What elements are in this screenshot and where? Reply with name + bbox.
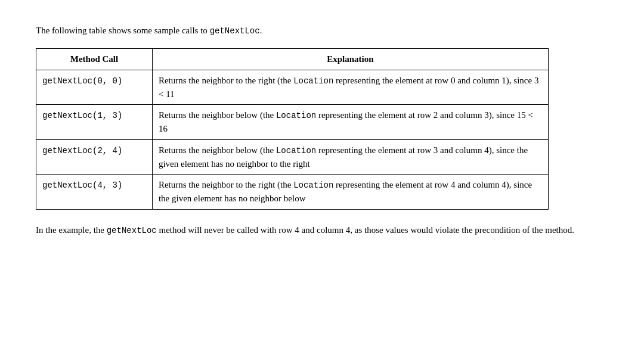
explanation-inline-code: Location bbox=[276, 111, 316, 120]
intro-paragraph: The following table shows some sample ca… bbox=[36, 24, 608, 38]
explanation-inline-code: Location bbox=[293, 180, 333, 190]
method-code: getNextLoc(4, 3) bbox=[42, 180, 122, 190]
explanation-cell: Returns the neighbor below (the Location… bbox=[152, 139, 548, 175]
method-code: getNextLoc(2, 4) bbox=[42, 146, 122, 155]
table-row: getNextLoc(0, 0)Returns the neighbor to … bbox=[36, 70, 549, 105]
method-cell: getNextLoc(1, 3) bbox=[36, 105, 153, 140]
explanation-inline-code: Location bbox=[293, 76, 333, 86]
sample-calls-table: Method Call Explanation getNextLoc(0, 0)… bbox=[36, 48, 549, 210]
table-row: getNextLoc(2, 4)Returns the neighbor bel… bbox=[36, 139, 549, 175]
table-row: getNextLoc(4, 3)Returns the neighbor to … bbox=[36, 175, 549, 210]
table-row: getNextLoc(1, 3)Returns the neighbor bel… bbox=[36, 105, 549, 140]
method-call-header: Method Call bbox=[36, 49, 153, 70]
method-cell: getNextLoc(2, 4) bbox=[36, 139, 153, 175]
explanation-text-before: Returns the neighbor below (the bbox=[159, 145, 276, 155]
method-code: getNextLoc(1, 3) bbox=[42, 111, 122, 120]
explanation-cell: Returns the neighbor to the right (the L… bbox=[152, 175, 548, 210]
explanation-header: Explanation bbox=[152, 49, 548, 70]
intro-text-before: The following table shows some sample ca… bbox=[36, 26, 210, 35]
explanation-text-before: Returns the neighbor below (the bbox=[159, 110, 276, 120]
method-code: getNextLoc(0, 0) bbox=[42, 76, 122, 86]
footer-code: getNextLoc bbox=[107, 226, 157, 235]
explanation-inline-code: Location bbox=[276, 146, 316, 155]
footer-text-before: In the example, the bbox=[36, 225, 107, 235]
method-cell: getNextLoc(0, 0) bbox=[36, 70, 153, 105]
explanation-text-before: Returns the neighbor to the right (the bbox=[159, 76, 293, 85]
explanation-cell: Returns the neighbor to the right (the L… bbox=[152, 70, 548, 105]
explanation-text-before: Returns the neighbor to the right (the bbox=[159, 180, 293, 189]
intro-text-after: . bbox=[260, 26, 262, 35]
footer-paragraph: In the example, the getNextLoc method wi… bbox=[36, 223, 608, 237]
explanation-cell: Returns the neighbor below (the Location… bbox=[152, 105, 548, 140]
footer-text-after: method will never be called with row 4 a… bbox=[157, 225, 574, 235]
table-header-row: Method Call Explanation bbox=[36, 49, 549, 70]
method-cell: getNextLoc(4, 3) bbox=[36, 175, 153, 210]
intro-code: getNextLoc bbox=[210, 26, 260, 36]
